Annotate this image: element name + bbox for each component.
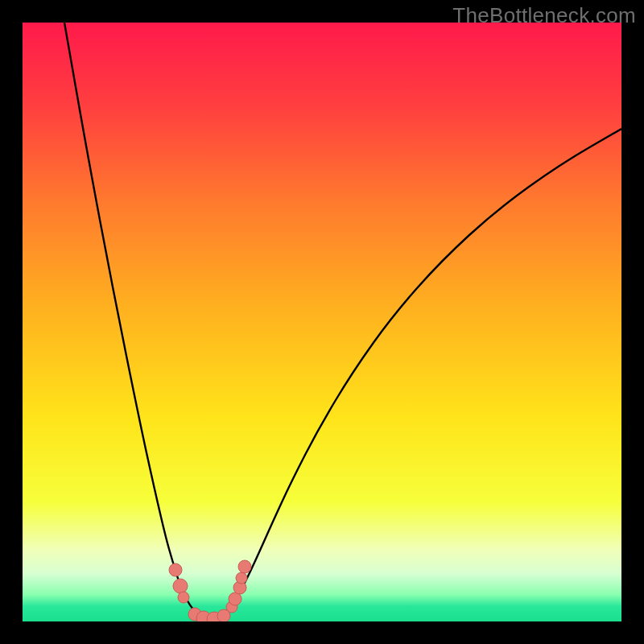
data-marker bbox=[238, 560, 251, 573]
plot-area bbox=[23, 23, 621, 621]
curve-markers bbox=[169, 560, 251, 621]
data-marker bbox=[178, 592, 189, 603]
curve-layer bbox=[23, 23, 621, 621]
chart-frame: TheBottleneck.com bbox=[0, 0, 644, 644]
data-marker bbox=[169, 564, 182, 576]
watermark-text: TheBottleneck.com bbox=[452, 3, 636, 28]
data-marker bbox=[236, 572, 247, 584]
bottleneck-curve bbox=[64, 23, 621, 618]
data-marker bbox=[173, 579, 188, 593]
